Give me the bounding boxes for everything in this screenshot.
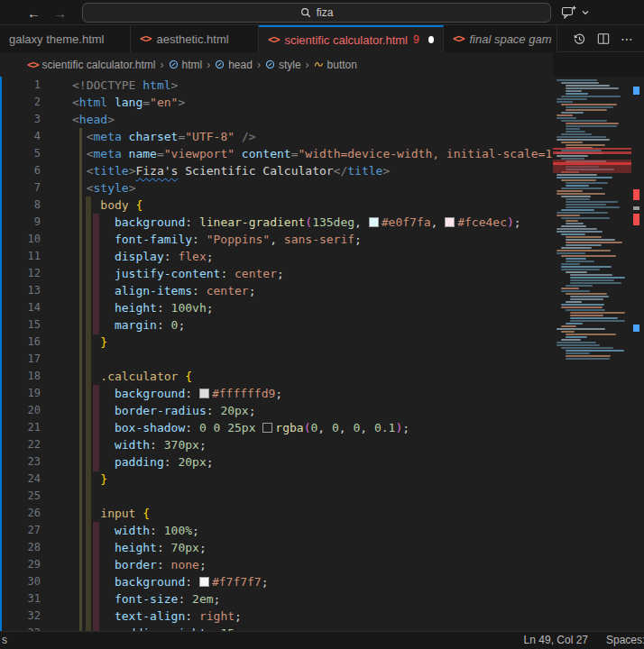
minimap-line [570,317,618,319]
code-line[interactable]: 17 [0,351,553,368]
code-line[interactable]: 2<html lang="en"> [0,94,553,111]
line-number[interactable]: 22 [0,436,41,453]
chevron-down-icon[interactable] [581,8,590,17]
copilot-chat-icon[interactable] [561,5,577,20]
code-line[interactable]: 22 width: 370px; [0,436,553,453]
line-number[interactable]: 6 [0,162,41,179]
line-number[interactable]: 11 [0,248,41,265]
line-number[interactable]: 10 [0,231,41,248]
line-number[interactable]: 14 [0,299,41,316]
code-line[interactable]: 24 } [0,471,553,488]
code-line[interactable]: 19 background: #ffffffd9; [0,385,553,402]
more-actions-icon[interactable]: ⋯ [621,32,633,46]
code-line[interactable]: 31 font-size: 2em; [0,590,553,608]
search-input[interactable]: fiza [82,3,551,23]
line-number[interactable]: 13 [0,282,41,299]
code-line[interactable]: 32 text-align: right; [0,608,553,625]
line-number[interactable]: 27 [0,522,41,539]
line-number[interactable]: 33 [0,625,41,631]
code-line[interactable]: 5 <meta name="viewport" content="width=d… [0,145,553,162]
line-number[interactable]: 25 [0,488,41,505]
line-number[interactable]: 16 [0,334,41,351]
editor[interactable]: 1<!DOCTYPE html>2<html lang="en">3<head>… [0,77,553,631]
color-swatch[interactable] [369,217,379,227]
line-number[interactable]: 15 [0,316,41,334]
line-number[interactable]: 1 [0,77,41,94]
line-number[interactable]: 20 [0,402,41,419]
breadcrumb-item[interactable]: head [215,59,253,71]
line-number[interactable]: 28 [0,539,41,556]
line-number[interactable]: 29 [0,556,41,573]
history-icon[interactable] [573,32,586,46]
minimap[interactable] [553,77,631,631]
split-editor-icon[interactable] [597,32,610,45]
line-number[interactable]: 17 [0,351,41,368]
code-line[interactable]: 21 box-shadow: 0 0 25px rgba(0, 0, 0, 0.… [0,419,553,436]
code-line[interactable]: 20 border-radius: 20px; [0,402,553,419]
code-line[interactable]: 26 input { [0,505,553,522]
code-line[interactable]: 6 <title>Fiza's Scientific Calculator</t… [0,162,553,179]
breadcrumb-item[interactable]: button [314,59,357,71]
line-number[interactable]: 8 [0,197,41,214]
code-token: 0 [332,421,339,434]
code-line[interactable]: 15 margin: 0; [0,316,553,334]
color-swatch[interactable] [199,388,209,398]
line-number[interactable]: 19 [0,385,41,402]
tab[interactable]: <>final space gam [444,25,557,52]
color-swatch[interactable] [199,577,209,587]
line-number[interactable]: 31 [0,590,41,608]
code-line[interactable]: 33 padding-right: 15px; [0,625,553,631]
line-number[interactable]: 12 [0,265,41,282]
status-line-col[interactable]: Ln 49, Col 27 [524,634,588,646]
line-number[interactable]: 2 [0,94,41,111]
code-line[interactable]: 7 <style> [0,179,553,197]
code-line[interactable]: 10 font-family: "Poppins", sans-serif; [0,231,553,248]
line-number[interactable]: 4 [0,128,41,145]
code-line[interactable]: 14 height: 100vh; [0,299,553,316]
code-line[interactable]: 1<!DOCTYPE html> [0,77,553,94]
status-spaces[interactable]: Spaces: [606,634,644,646]
tab-label: final space gam [469,32,551,46]
code-line[interactable]: 16 } [0,334,553,351]
line-number[interactable]: 32 [0,608,41,625]
overview-ruler[interactable] [631,77,644,631]
minimap-line [566,144,605,146]
code-line[interactable]: 29 border: none; [0,556,553,573]
code-line[interactable]: 12 justify-content: center; [0,265,553,282]
code-line[interactable]: 25 [0,488,553,505]
code-line[interactable]: 13 align-items: center; [0,282,553,299]
code-line[interactable]: 27 width: 100%; [0,522,553,539]
line-number[interactable]: 21 [0,419,41,436]
code-line[interactable]: 4 <meta charset="UTF-8" /> [0,128,553,145]
code-line[interactable]: 18 .calculator { [0,368,553,385]
line-number[interactable]: 30 [0,573,41,590]
breadcrumb-item[interactable]: html [169,59,203,71]
minimap-line [566,123,619,124]
color-swatch[interactable] [262,423,272,433]
code-line[interactable]: 9 background: linear-gradient(135deg, #e… [0,214,553,231]
minimap-line [570,320,625,322]
color-swatch[interactable] [445,217,455,227]
line-number[interactable]: 5 [0,145,41,162]
line-number[interactable]: 23 [0,453,41,471]
line-number[interactable]: 18 [0,368,41,385]
code-line[interactable]: 8 body { [0,197,553,214]
code-line[interactable]: 30 background: #f7f7f7; [0,573,553,590]
code-line[interactable]: 23 padding: 20px; [0,453,553,471]
code-text: width: 370px; [72,436,207,453]
breadcrumb-item[interactable]: style [265,59,301,71]
tab[interactable]: <>scientific calculator.html9 [259,25,444,53]
line-number[interactable]: 24 [0,471,41,488]
nav-forward-button[interactable]: → [53,5,67,21]
code-line[interactable]: 28 height: 70px; [0,539,553,556]
code-line[interactable]: 11 display: flex; [0,248,553,265]
breadcrumb-file[interactable]: <>scientific calculator.html [27,59,156,71]
line-number[interactable]: 9 [0,214,41,231]
nav-back-button[interactable]: ← [27,5,41,21]
tab[interactable]: <>aesthetic.html [131,25,259,52]
line-number[interactable]: 7 [0,179,41,197]
tab[interactable]: galaxy theme.html [0,25,131,52]
code-line[interactable]: 3<head> [0,111,553,128]
line-number[interactable]: 3 [0,111,41,128]
line-number[interactable]: 26 [0,505,41,522]
